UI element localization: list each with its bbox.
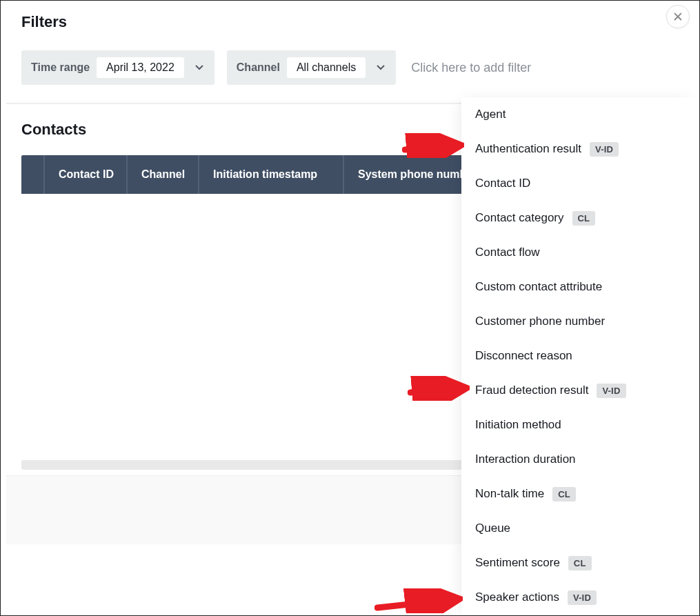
filter-option-badge: CL [552,487,576,501]
filter-option-disconnect-reason[interactable]: Disconnect reason [461,339,699,373]
filter-option-sentiment-score[interactable]: Sentiment scoreCL [461,546,699,580]
filter-option-contact-flow[interactable]: Contact flow [461,235,699,270]
time-range-label: Time range [31,61,90,74]
add-filter-button[interactable]: Click here to add filter [408,54,534,82]
chevron-down-icon [191,59,208,76]
filters-title: Filters [21,13,679,31]
filter-option-initiation-method[interactable]: Initiation method [461,408,699,442]
filter-option-non-talk-time[interactable]: Non-talk timeCL [461,477,699,511]
channel-value: All channels [287,57,366,78]
table-header-initiation-timestamp[interactable]: Initiation timestamp [199,155,344,194]
filter-option-label: Contact flow [475,246,540,259]
filter-option-badge: CL [572,211,596,226]
filter-option-label: Fraud detection result [475,384,588,397]
filter-option-badge: V-ID [568,590,597,605]
filter-option-custom-contact-attribute[interactable]: Custom contact attribute [461,270,699,304]
filter-option-label: Initiation method [475,418,561,432]
close-button[interactable]: ✕ [666,5,690,28]
channel-label: Channel [237,61,280,74]
filter-option-authentication-result[interactable]: Authentication resultV-ID [461,132,699,166]
filter-option-badge: CL [568,556,592,570]
channel-filter[interactable]: Channel All channels [227,50,396,85]
filter-option-label: Agent [475,108,506,121]
filter-option-fraud-detection-result[interactable]: Fraud detection resultV-ID [461,373,699,408]
close-icon: ✕ [672,9,683,25]
filter-option-customer-phone-number[interactable]: Customer phone number [461,304,699,339]
filter-option-badge: V-ID [597,384,626,398]
filter-option-speaker-actions[interactable]: Speaker actionsV-ID [461,580,699,615]
filter-option-label: Non-talk time [475,487,544,501]
filter-option-contact-category[interactable]: Contact categoryCL [461,201,699,235]
filter-options-dropdown: AgentAuthentication resultV-IDContact ID… [461,97,699,615]
filter-option-label: Interaction duration [475,453,576,466]
filter-option-queue[interactable]: Queue [461,511,699,546]
filter-option-agent[interactable]: Agent [461,97,699,132]
filter-option-label: Authentication result [475,142,581,156]
filter-option-label: Speaker actions [475,590,559,604]
table-header-channel[interactable]: Channel [128,155,199,194]
filter-option-badge: V-ID [590,142,619,157]
filter-option-label: Customer phone number [475,315,605,328]
table-header-contact-id[interactable]: Contact ID [45,155,128,194]
table-header-select-all[interactable] [21,155,45,194]
filter-option-label: Disconnect reason [475,349,572,363]
annotation-arrow-icon [374,588,463,613]
time-range-value: April 13, 2022 [97,57,184,78]
filter-option-contact-id[interactable]: Contact ID [461,166,699,201]
filter-option-label: Queue [475,521,510,535]
chevron-down-icon [372,59,389,76]
filter-option-label: Custom contact attribute [475,280,602,294]
filter-row: Time range April 13, 2022 Channel All ch… [21,50,679,85]
time-range-filter[interactable]: Time range April 13, 2022 [21,50,214,85]
filters-panel: Filters ✕ Time range April 13, 2022 Chan… [1,1,699,85]
svg-line-2 [377,599,454,608]
filter-option-label: Contact category [475,211,564,225]
filter-option-label: Contact ID [475,177,530,190]
filter-option-label: Sentiment score [475,556,560,570]
filter-option-interaction-duration[interactable]: Interaction duration [461,442,699,477]
